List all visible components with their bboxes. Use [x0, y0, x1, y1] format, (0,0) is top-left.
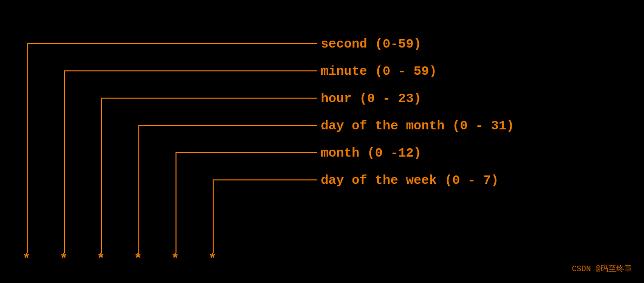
main-container: second (0-59) minute (0 - 59) hour (0 - … — [0, 0, 644, 283]
line-second — [27, 44, 317, 253]
watermark-text: CSDN @码至终章 — [572, 264, 632, 274]
star-2: * — [59, 251, 68, 267]
label-second: second (0-59) — [321, 37, 421, 52]
star-6: * — [208, 251, 217, 267]
label-month: month (0 -12) — [321, 146, 421, 161]
star-1: * — [22, 251, 31, 267]
label-hour: hour (0 - 23) — [321, 91, 421, 106]
label-day-of-week: day of the week (0 - 7) — [321, 173, 499, 188]
star-4: * — [134, 251, 142, 267]
star-5: * — [171, 251, 179, 267]
star-3: * — [97, 251, 105, 267]
line-hour — [102, 98, 317, 253]
label-day-of-month: day of the month (0 - 31) — [321, 118, 514, 133]
line-month — [176, 153, 317, 253]
line-day-of-week — [213, 180, 317, 253]
line-day-of-month — [139, 125, 317, 253]
cron-diagram: second (0-59) minute (0 - 59) hour (0 - … — [0, 0, 644, 283]
label-minute: minute (0 - 59) — [321, 64, 437, 79]
